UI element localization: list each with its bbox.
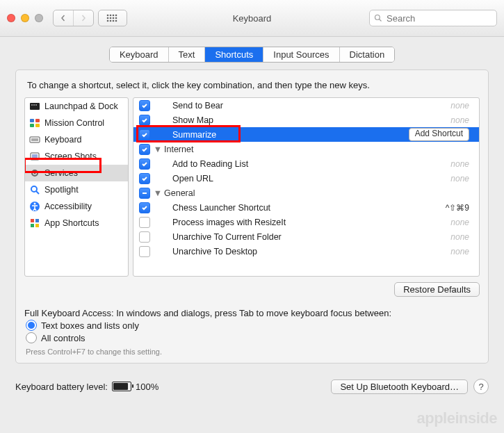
back-button[interactable] [54,10,74,26]
service-checkbox[interactable] [139,202,150,213]
radio-icon[interactable] [26,320,37,331]
service-checkbox[interactable] [139,231,150,243]
service-shortcut: none [450,232,469,242]
service-shortcut: none [450,218,469,227]
battery-icon [112,382,131,391]
close-icon[interactable] [7,14,15,22]
svg-rect-33 [31,219,34,222]
service-shortcut: none [450,159,469,169]
category-label: Services [44,168,78,178]
radio-all-controls[interactable]: All controls [26,332,480,343]
service-row[interactable]: Open URL none [133,171,479,186]
forward-button[interactable] [74,10,93,26]
category-screenshots[interactable]: Screen Shots [25,148,128,165]
category-services[interactable]: Services [25,165,128,181]
category-label: Keyboard [44,135,82,145]
radio-text-boxes[interactable]: Text boxes and lists only [26,320,480,331]
keyboard-icon [29,134,40,145]
tab-input-sources[interactable]: Input Sources [263,47,339,62]
service-checkbox[interactable] [139,129,150,140]
tab-shortcuts[interactable]: Shortcuts [205,47,263,62]
service-checkbox[interactable] [139,144,150,155]
service-checkbox[interactable] [139,115,150,126]
category-launchpad[interactable]: Launchpad & Dock [25,98,128,115]
service-shortcut: ^⇧⌘9 [446,203,469,213]
service-checkbox[interactable] [139,217,150,228]
service-row[interactable]: Add to Reading List none [133,156,479,171]
svg-rect-22 [30,137,40,142]
svg-rect-36 [35,224,39,227]
restore-defaults-button[interactable]: Restore Defaults [394,282,480,297]
service-row-selected[interactable]: Summarize Add Shortcut [133,127,479,142]
svg-point-10 [113,20,115,22]
search-field[interactable] [369,10,497,26]
service-label: Summarize [150,130,409,140]
service-group-header[interactable]: ▼ General [133,186,479,200]
service-label: Chess Launcher Shortcut [150,203,446,213]
svg-point-0 [107,15,109,17]
service-label: Unarchive To Current Folder [150,232,450,242]
category-label: Spotlight [44,185,79,195]
search-input[interactable] [385,13,492,24]
category-list[interactable]: Launchpad & Dock Mission Control Keyboar… [24,97,129,277]
main-panel: To change a shortcut, select it, click t… [0,70,504,372]
service-row[interactable]: Send to Bear none [133,98,479,113]
footer: Keyboard battery level: 100% Set Up Blue… [0,372,504,394]
disclosure-icon[interactable]: ▼ [154,145,161,154]
service-checkbox[interactable] [139,158,150,170]
radio-label: Text boxes and lists only [41,320,139,331]
service-checkbox[interactable] [139,246,150,257]
service-label: Process images with ResizeIt [150,218,450,227]
category-label: Launchpad & Dock [44,101,118,111]
service-shortcut: none [450,247,469,256]
tabbar: Keyboard Text Shortcuts Input Sources Di… [0,37,504,70]
service-row[interactable]: Process images with ResizeIt none [133,215,479,229]
service-shortcut: none [450,115,469,125]
svg-point-8 [107,20,109,22]
restore-row: Restore Defaults [24,282,480,297]
launchpad-icon [29,101,40,112]
keyboard-access: Full Keyboard Access: In windows and dia… [24,308,480,356]
bluetooth-keyboard-button[interactable]: Set Up Bluetooth Keyboard… [331,379,468,394]
service-list[interactable]: Send to Bear none Show Map none Summariz… [133,97,480,277]
radio-icon[interactable] [26,332,37,343]
service-row[interactable]: Unarchive To Current Folder none [133,229,479,244]
service-shortcut: none [450,174,469,183]
battery-pct: 100% [136,382,158,392]
service-row[interactable]: Unarchive To Desktop none [133,244,479,259]
svg-point-1 [110,15,112,17]
tab-text[interactable]: Text [169,47,206,62]
disclosure-icon[interactable]: ▼ [154,188,161,198]
service-group-header[interactable]: ▼ Internet [133,142,479,156]
service-checkbox[interactable] [139,173,150,184]
service-shortcut: none [450,101,469,111]
show-all-button[interactable] [98,10,127,26]
category-app-shortcuts[interactable]: App Shortcuts [25,215,128,231]
category-keyboard[interactable]: Keyboard [25,131,128,148]
add-shortcut-button[interactable]: Add Shortcut [409,128,469,141]
service-checkbox-mixed[interactable] [139,188,150,199]
svg-point-7 [115,17,117,19]
service-row[interactable]: Chess Launcher Shortcut ^⇧⌘9 [133,200,479,215]
tab-keyboard[interactable]: Keyboard [110,47,169,62]
svg-point-28 [34,172,36,174]
service-checkbox[interactable] [139,100,150,111]
svg-point-3 [115,15,117,17]
tabs: Keyboard Text Shortcuts Input Sources Di… [109,47,395,63]
service-label: Open URL [150,174,450,183]
nav-back-forward [53,10,94,26]
radio-label: All controls [41,333,86,343]
help-button[interactable]: ? [473,379,489,394]
service-group-label: Internet [161,145,469,154]
category-accessibility[interactable]: Accessibility [25,198,128,215]
category-mission-control[interactable]: Mission Control [25,115,128,131]
svg-rect-18 [30,119,34,122]
svg-rect-20 [30,124,34,127]
svg-point-29 [31,186,37,192]
category-spotlight[interactable]: Spotlight [25,181,128,198]
svg-rect-15 [31,104,33,106]
tab-dictation[interactable]: Dictation [340,47,395,62]
svg-rect-19 [35,119,40,122]
minimize-icon[interactable] [21,14,29,22]
service-row[interactable]: Show Map none [133,113,479,127]
